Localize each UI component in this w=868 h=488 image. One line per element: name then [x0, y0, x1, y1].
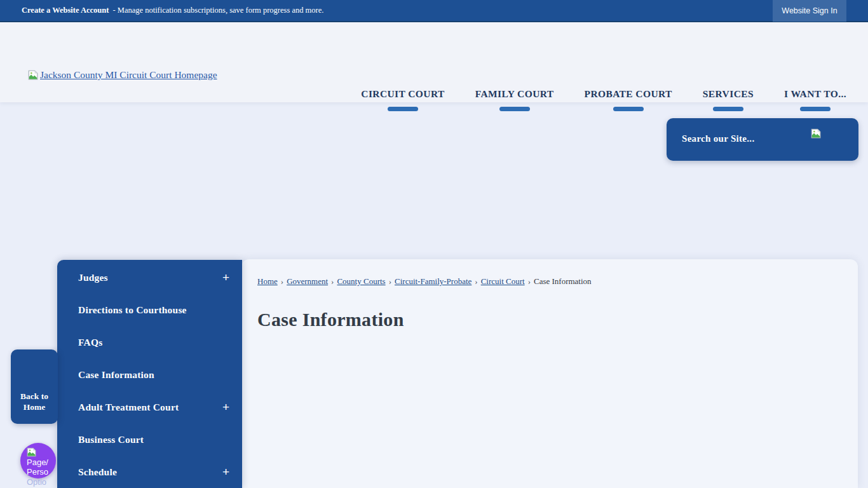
breadcrumb-separator: ›: [389, 276, 391, 286]
top-utility-bar: Create a Website Account - Manage notifi…: [0, 0, 868, 22]
sidebar-item-label: FAQs: [78, 337, 102, 348]
sidebar-menu: Judges + Directions to Courthouse FAQs C…: [57, 260, 242, 488]
breadcrumb-current-page: Case Information: [534, 276, 592, 286]
breadcrumb-link-county-courts[interactable]: County Courts: [337, 276, 385, 286]
nav-item-label: PROBATE COURT: [585, 88, 672, 100]
website-sign-in-button[interactable]: Website Sign In: [773, 0, 846, 22]
breadcrumb-link-government[interactable]: Government: [287, 276, 328, 286]
site-logo-alt-text: Jackson County MI Circuit Court Homepage: [40, 69, 217, 81]
widget-alt-line: Perso: [27, 467, 48, 477]
sidebar-item-adult-treatment-court[interactable]: Adult Treatment Court +: [57, 391, 242, 423]
nav-underline-decoration: [388, 107, 418, 111]
sidebar-item-case-information[interactable]: Case Information: [57, 358, 242, 391]
breadcrumb-separator: ›: [331, 276, 334, 286]
widget-alt-line: Page/: [27, 458, 48, 467]
nav-item-family-court[interactable]: FAMILY COURT: [475, 88, 554, 111]
nav-item-label: I WANT TO...: [784, 88, 846, 100]
back-to-home-label: Back to Home: [17, 391, 52, 413]
page-personalization-widget-button[interactable]: Page/ Perso Optio: [20, 443, 56, 478]
sidebar-item-label: Case Information: [78, 369, 154, 381]
nav-underline-decoration: [713, 107, 743, 111]
breadcrumb-link-circuit-family-probate[interactable]: Circuit-Family-Probate: [395, 276, 471, 286]
nav-item-circuit-court[interactable]: CIRCUIT COURT: [361, 88, 444, 111]
nav-item-probate-court[interactable]: PROBATE COURT: [585, 88, 672, 111]
nav-item-services[interactable]: SERVICES: [703, 88, 754, 111]
widget-alt-line: Optio: [27, 477, 46, 487]
sidebar-item-label: Adult Treatment Court: [78, 402, 179, 413]
expand-plus-icon[interactable]: +: [222, 466, 229, 478]
nav-item-label: SERVICES: [703, 88, 754, 100]
create-account-link[interactable]: Create a Website Account: [22, 6, 109, 15]
account-tagline: - Manage notification subscriptions, sav…: [113, 6, 324, 15]
nav-item-i-want-to[interactable]: I WANT TO...: [784, 88, 846, 111]
breadcrumb-separator: ›: [528, 276, 531, 286]
breadcrumb-separator: ›: [281, 276, 283, 286]
broken-image-icon: [28, 70, 39, 81]
expand-plus-icon[interactable]: +: [222, 401, 229, 413]
sidebar-item-label: Judges: [78, 272, 108, 283]
site-search[interactable]: Search our Site...: [667, 118, 858, 161]
page-title: Case Information: [257, 309, 404, 330]
sidebar-item-schedule[interactable]: Schedule +: [57, 456, 242, 488]
page: { "top_bar": { "account_link": "Create a…: [0, 0, 868, 488]
search-button-broken-image-icon[interactable]: [811, 128, 822, 139]
sidebar-item-label: Business Court: [78, 434, 144, 445]
broken-image-icon: [27, 447, 37, 458]
nav-underline-decoration: [800, 107, 831, 111]
nav-item-label: CIRCUIT COURT: [361, 88, 444, 100]
breadcrumb-link-home[interactable]: Home: [257, 276, 278, 286]
site-logo-link[interactable]: Jackson County MI Circuit Court Homepage: [28, 69, 217, 81]
nav-underline-decoration: [499, 107, 530, 111]
widget-broken-image: Page/ Perso Optio: [27, 447, 56, 487]
main-content: Home›Government›County Courts›Circuit-Fa…: [241, 259, 858, 488]
nav-underline-decoration: [613, 107, 644, 111]
section-sidebar: Judges + Directions to Courthouse FAQs C…: [57, 260, 242, 488]
sidebar-item-directions-to-courthouse[interactable]: Directions to Courthouse: [57, 294, 242, 326]
breadcrumb-separator: ›: [475, 276, 477, 286]
back-to-home-button[interactable]: Back to Home: [11, 349, 58, 424]
site-header: Jackson County MI Circuit Court Homepage…: [0, 22, 868, 102]
sidebar-item-label: Directions to Courthouse: [78, 304, 187, 316]
breadcrumb: Home›Government›County Courts›Circuit-Fa…: [257, 276, 592, 287]
nav-item-label: FAMILY COURT: [475, 88, 554, 100]
main-navigation: CIRCUIT COURT FAMILY COURT PROBATE COURT…: [361, 88, 846, 111]
sidebar-item-faqs[interactable]: FAQs: [57, 326, 242, 358]
create-account-message: Create a Website Account - Manage notifi…: [22, 6, 323, 15]
expand-plus-icon[interactable]: +: [222, 271, 229, 283]
search-input[interactable]: Search our Site...: [682, 133, 754, 144]
sidebar-item-judges[interactable]: Judges +: [57, 261, 242, 294]
breadcrumb-link-circuit-court[interactable]: Circuit Court: [481, 276, 525, 286]
sidebar-item-business-court[interactable]: Business Court: [57, 423, 242, 456]
sidebar-item-label: Schedule: [78, 466, 117, 478]
